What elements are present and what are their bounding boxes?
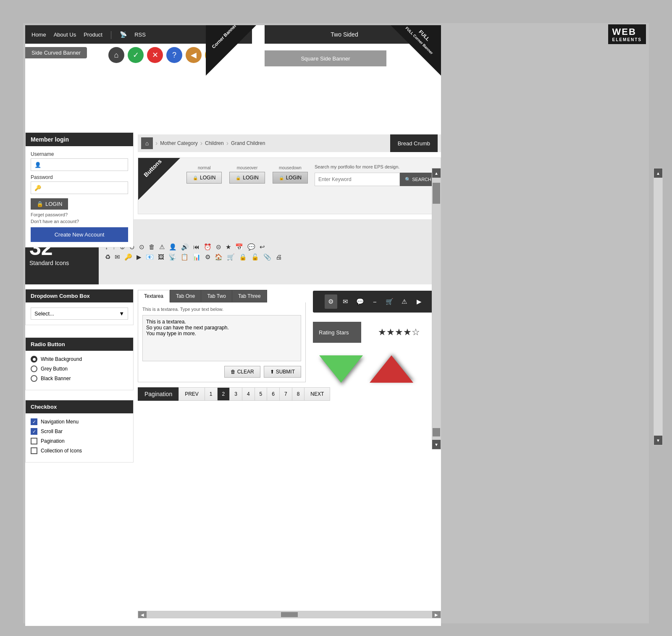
breadcrumb-home-icon[interactable]: ⌂ [141, 137, 153, 149]
page-btn-1[interactable]: 1 [205, 387, 218, 401]
left-icon-btn[interactable]: ◀ [186, 47, 202, 63]
help-icon-btn[interactable]: ? [166, 47, 182, 63]
icon-cart[interactable]: 🛒 [227, 253, 235, 261]
toolbar-play-icon[interactable]: ▶ [413, 294, 425, 309]
icon-key[interactable]: 🔑 [124, 253, 132, 261]
icon-image[interactable]: 🖼 [158, 253, 164, 260]
h-scrollbar[interactable]: ◀ ▶ [138, 611, 441, 618]
icon-unlock[interactable]: 🔓 [251, 253, 259, 261]
icon-star[interactable]: ★ [226, 243, 231, 251]
textarea-section: Textarea Tab One Tab Two Tab Three This … [138, 290, 306, 382]
outer-v-scrollbar[interactable]: ▲ ▼ [654, 168, 663, 445]
icon-gear[interactable]: ⚙ [205, 253, 210, 261]
search-button[interactable]: 🔍 SEARCH [400, 173, 436, 186]
checkbox-nav-menu[interactable]: ✓ Navigation Menu [31, 418, 128, 425]
radio-grey-btn[interactable]: Grey Button [31, 365, 128, 372]
icon-trash[interactable]: 🗑 [149, 243, 155, 250]
toolbar-cart-icon[interactable]: 🛒 [383, 294, 396, 309]
username-input[interactable]: 👤 [31, 158, 128, 171]
dropdown-select[interactable]: Select... ▼ [31, 307, 128, 320]
lock-icon-1: 🔒 [193, 176, 198, 180]
v-scroll-thumb[interactable] [433, 183, 440, 204]
close-icon-btn[interactable]: ✕ [147, 47, 163, 63]
page-btn-2[interactable]: 2 [217, 387, 230, 401]
v-scroll-down-btn[interactable]: ▼ [432, 440, 441, 449]
radio-black-banner[interactable]: Black Banner [31, 375, 128, 382]
icon-speaker[interactable]: 🔊 [181, 243, 189, 251]
toolbar-email-icon[interactable]: ✉ [339, 294, 352, 309]
check-icon-btn[interactable]: ✓ [128, 47, 144, 63]
icon-undo[interactable]: ↩ [260, 243, 265, 251]
icon-doc[interactable]: 📋 [181, 253, 189, 261]
icon-paperclip[interactable]: 📎 [263, 253, 271, 261]
icon-warning[interactable]: ⚠ [159, 243, 165, 251]
outer-scroll-down-btn[interactable]: ▼ [654, 436, 662, 445]
login-hover-btn[interactable]: 🔒 LOGIN [229, 172, 265, 184]
icon-calendar[interactable]: 📅 [235, 243, 243, 251]
icon-user[interactable]: 👤 [169, 243, 177, 251]
checkbox-scroll-bar[interactable]: ✓ Scroll Bar [31, 428, 128, 435]
page-btn-4[interactable]: 4 [242, 387, 255, 401]
h-scroll-thumb[interactable] [281, 612, 298, 617]
icon-minus-circle[interactable]: ⊝ [216, 243, 221, 251]
password-input[interactable]: 🔑 [31, 181, 128, 194]
outer-scroll-up-btn[interactable]: ▲ [654, 168, 662, 178]
tab-one[interactable]: Tab One [170, 290, 201, 302]
square-side-banner: Square Side Banner [265, 50, 386, 66]
tab-bar: Textarea Tab One Tab Two Tab Three [138, 290, 306, 302]
radio-white-bg[interactable]: White Background [31, 356, 128, 363]
icon-chart[interactable]: 📊 [193, 253, 201, 261]
h-scroll-left-btn[interactable]: ◀ [138, 611, 147, 618]
toolbar-gear-icon[interactable]: ⚙ [325, 294, 337, 309]
pagination-prev[interactable]: PREV [178, 387, 205, 401]
login-normal-btn[interactable]: 🔒 LOGIN [186, 172, 222, 184]
nav-rss[interactable]: RSS [134, 32, 146, 38]
create-account-button[interactable]: Create New Account [31, 227, 128, 242]
rating-stars[interactable]: ★★★★☆ [361, 322, 437, 343]
textarea-desc: This is a textarea. Type your text below… [142, 307, 301, 312]
page-btn-3[interactable]: 3 [229, 387, 242, 401]
clear-button[interactable]: 🗑 CLEAR [224, 366, 260, 378]
submit-button[interactable]: ⬆ SUBMIT [264, 366, 301, 378]
checkbox-checked-2: ✓ [31, 428, 37, 435]
nav-home[interactable]: Home [32, 32, 46, 38]
tab-three[interactable]: Tab Three [232, 290, 267, 302]
side-curved-label: Side Curved Banner [32, 50, 81, 56]
page-btn-7[interactable]: 7 [279, 387, 292, 401]
checkbox-pagination[interactable]: Pagination [31, 438, 128, 444]
search-input[interactable] [315, 173, 400, 186]
icon-email[interactable]: ✉ [115, 253, 120, 261]
page-btn-6[interactable]: 6 [267, 387, 280, 401]
icon-rewind[interactable]: ⏮ [193, 243, 200, 250]
icon-home[interactable]: 🏠 [215, 253, 223, 261]
icon-zoom[interactable]: ⊙ [139, 243, 144, 251]
v-scroll-up-btn[interactable]: ▲ [432, 168, 441, 178]
icon-chat[interactable]: 💬 [247, 243, 255, 251]
nav-product[interactable]: Product [84, 32, 102, 38]
tab-textarea[interactable]: Textarea [138, 290, 170, 302]
tab-two[interactable]: Tab Two [201, 290, 232, 302]
icon-recycle[interactable]: ♻ [105, 253, 110, 261]
textarea-field[interactable]: This is a textarea. So you can have the … [142, 315, 301, 361]
nav-about[interactable]: About Us [54, 32, 76, 38]
forgot-password[interactable]: Forget password? [31, 212, 128, 217]
v-scrollbar[interactable]: ▲ ▼ [432, 168, 441, 449]
page-btn-8[interactable]: 8 [292, 387, 305, 401]
page-btn-5[interactable]: 5 [255, 387, 268, 401]
toolbar-warning-icon[interactable]: ⚠ [398, 294, 411, 309]
breadcrumb-bar: ⌂ › Mother Category › Children › Grand C… [138, 134, 441, 152]
home-icon-btn[interactable]: ⌂ [108, 47, 124, 63]
icon-print[interactable]: 🖨 [276, 253, 282, 260]
icon-mail[interactable]: 📧 [146, 253, 154, 261]
icon-rss[interactable]: 📡 [168, 253, 176, 261]
toolbar-chat-icon[interactable]: 💬 [354, 294, 367, 309]
login-active-btn[interactable]: 🔒 LOGIN [273, 172, 308, 184]
h-scroll-right-btn[interactable]: ▶ [432, 611, 441, 618]
toolbar-minus-icon[interactable]: − [369, 294, 381, 309]
icon-clock[interactable]: ⏰ [204, 243, 212, 251]
icon-play[interactable]: ▶ [136, 253, 142, 261]
pagination-next[interactable]: NEXT [304, 387, 330, 401]
checkbox-collection[interactable]: Collection of Icons [31, 447, 128, 454]
login-button[interactable]: 🔒 LOGIN [31, 198, 68, 210]
icon-lock[interactable]: 🔒 [239, 253, 247, 261]
